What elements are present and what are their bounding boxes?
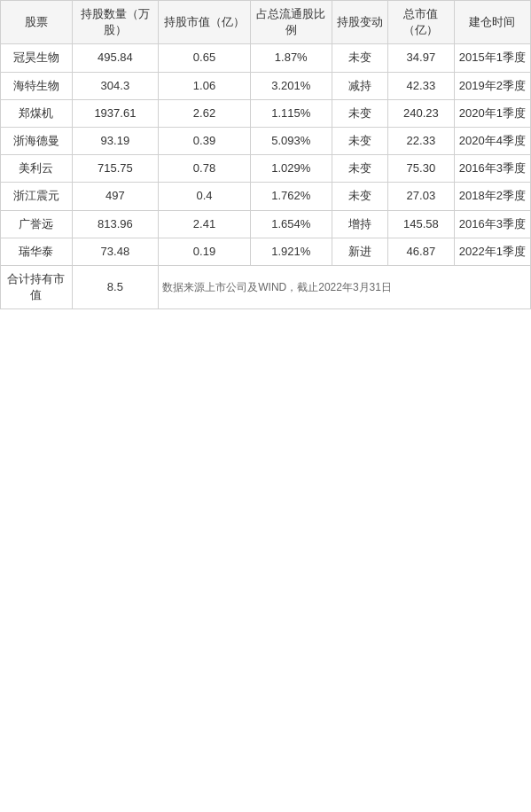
table-row: 海特生物304.31.063.201%减持42.332019年2季度 <box>1 72 531 99</box>
holdings-table: 股票 持股数量（万股） 持股市值（亿） 占总流通股比例 持股变动 总市值（亿） … <box>0 0 531 309</box>
cell-change: 未变 <box>332 99 387 127</box>
cell-shares: 1937.61 <box>72 99 159 127</box>
cell-mktval: 1.06 <box>159 72 251 99</box>
cell-stock: 海特生物 <box>1 72 73 99</box>
cell-stock: 浙海德曼 <box>1 127 73 154</box>
table-row: 冠昊生物495.840.651.87%未变34.972015年1季度 <box>1 44 531 72</box>
col-header-stock: 股票 <box>1 1 73 44</box>
table-row: 瑞华泰73.480.191.921%新进46.872022年1季度 <box>1 238 531 265</box>
cell-mktval: 2.62 <box>159 99 251 127</box>
cell-ratio: 1.762% <box>250 183 332 210</box>
table-row: 美利云715.750.781.029%未变75.302016年3季度 <box>1 155 531 183</box>
cell-total: 42.33 <box>388 72 455 99</box>
cell-mktval: 2.41 <box>159 210 251 238</box>
cell-mktval: 0.65 <box>159 44 251 72</box>
cell-change: 新进 <box>332 238 387 265</box>
table-row: 浙江震元4970.41.762%未变27.032018年2季度 <box>1 183 531 210</box>
cell-change: 减持 <box>332 72 387 99</box>
table-row: 郑煤机1937.612.621.115%未变240.232020年1季度 <box>1 99 531 127</box>
cell-stock: 美利云 <box>1 155 73 183</box>
cell-ratio: 1.87% <box>250 44 332 72</box>
table-row: 广誉远813.962.411.654%增持145.582016年3季度 <box>1 210 531 238</box>
col-header-ratio: 占总流通股比例 <box>250 1 332 44</box>
cell-date: 2022年1季度 <box>454 238 530 265</box>
table-row: 浙海德曼93.190.395.093%未变22.332020年4季度 <box>1 127 531 154</box>
footer-row: 合计持有市值8.5数据来源上市公司及WIND，截止2022年3月31日 <box>1 265 531 308</box>
cell-change: 未变 <box>332 127 387 154</box>
col-header-total: 总市值（亿） <box>388 1 455 44</box>
cell-change: 未变 <box>332 155 387 183</box>
cell-mktval: 0.4 <box>159 183 251 210</box>
cell-ratio: 5.093% <box>250 127 332 154</box>
cell-total: 27.03 <box>388 183 455 210</box>
cell-total: 34.97 <box>388 44 455 72</box>
cell-shares: 497 <box>72 183 159 210</box>
cell-ratio: 3.201% <box>250 72 332 99</box>
cell-mktval: 0.78 <box>159 155 251 183</box>
col-header-date: 建仓时间 <box>454 1 530 44</box>
cell-ratio: 1.654% <box>250 210 332 238</box>
cell-shares: 495.84 <box>72 44 159 72</box>
cell-total: 46.87 <box>388 238 455 265</box>
main-table-container: 股票 持股数量（万股） 持股市值（亿） 占总流通股比例 持股变动 总市值（亿） … <box>0 0 531 309</box>
cell-date: 2019年2季度 <box>454 72 530 99</box>
cell-stock: 广誉远 <box>1 210 73 238</box>
footer-label: 合计持有市值 <box>1 265 73 308</box>
header-row: 股票 持股数量（万股） 持股市值（亿） 占总流通股比例 持股变动 总市值（亿） … <box>1 1 531 44</box>
col-header-shares: 持股数量（万股） <box>72 1 159 44</box>
cell-ratio: 1.921% <box>250 238 332 265</box>
cell-shares: 73.48 <box>72 238 159 265</box>
cell-date: 2020年1季度 <box>454 99 530 127</box>
cell-shares: 93.19 <box>72 127 159 154</box>
cell-shares: 715.75 <box>72 155 159 183</box>
footer-note: 数据来源上市公司及WIND，截止2022年3月31日 <box>159 265 531 308</box>
cell-date: 2018年2季度 <box>454 183 530 210</box>
cell-total: 240.23 <box>388 99 455 127</box>
footer-shares: 8.5 <box>72 265 159 308</box>
cell-stock: 浙江震元 <box>1 183 73 210</box>
cell-change: 未变 <box>332 44 387 72</box>
cell-date: 2020年4季度 <box>454 127 530 154</box>
cell-date: 2016年3季度 <box>454 155 530 183</box>
cell-change: 未变 <box>332 183 387 210</box>
cell-change: 增持 <box>332 210 387 238</box>
cell-ratio: 1.115% <box>250 99 332 127</box>
cell-stock: 瑞华泰 <box>1 238 73 265</box>
cell-date: 2016年3季度 <box>454 210 530 238</box>
col-header-mktval: 持股市值（亿） <box>159 1 251 44</box>
cell-shares: 813.96 <box>72 210 159 238</box>
cell-stock: 冠昊生物 <box>1 44 73 72</box>
cell-date: 2015年1季度 <box>454 44 530 72</box>
cell-shares: 304.3 <box>72 72 159 99</box>
cell-ratio: 1.029% <box>250 155 332 183</box>
col-header-change: 持股变动 <box>332 1 387 44</box>
cell-total: 75.30 <box>388 155 455 183</box>
cell-mktval: 0.19 <box>159 238 251 265</box>
cell-total: 22.33 <box>388 127 455 154</box>
cell-mktval: 0.39 <box>159 127 251 154</box>
cell-total: 145.58 <box>388 210 455 238</box>
cell-stock: 郑煤机 <box>1 99 73 127</box>
